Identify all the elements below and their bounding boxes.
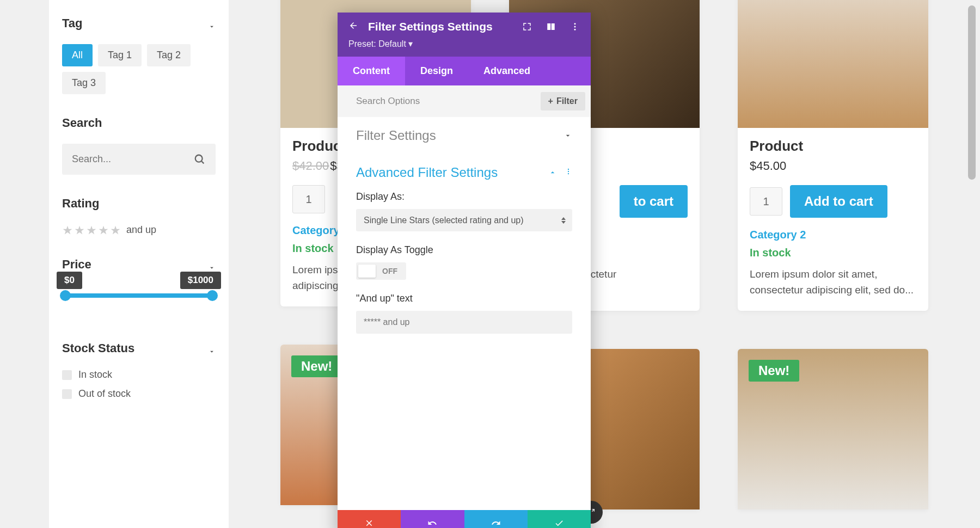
product-desc: Lorem ipsum dolor sit amet, consectetur … <box>750 267 916 298</box>
chevron-up-icon[interactable] <box>548 168 557 177</box>
field-and-up: "And up" text <box>356 293 572 334</box>
star-icon <box>110 225 121 236</box>
scrollbar[interactable] <box>968 5 976 180</box>
new-badge: New! <box>291 355 342 377</box>
more-icon[interactable] <box>565 168 572 177</box>
search-box <box>62 144 216 175</box>
search-input[interactable] <box>62 144 216 175</box>
filter-button[interactable]: +Filter <box>541 92 585 110</box>
price-min: $0 <box>57 272 82 289</box>
panel-header-top: Filter Settings Settings <box>348 20 580 33</box>
panel-header: Filter Settings Settings Preset: Default… <box>338 13 591 57</box>
field-label: Display As: <box>356 191 572 202</box>
chevron-down-icon <box>208 261 216 268</box>
toggle-label: OFF <box>376 267 404 275</box>
rating-row[interactable]: and up <box>62 224 216 236</box>
product-image[interactable]: New! <box>738 349 928 509</box>
field-display-as: Display As: Single Line Stars (selected … <box>356 191 572 231</box>
price-slider[interactable]: $0 $1000 <box>62 293 216 298</box>
chevron-down-icon <box>564 131 572 140</box>
price-section: Price $0 $1000 <box>62 257 216 298</box>
stock-label: In stock <box>78 369 112 380</box>
panel-icons <box>522 22 580 32</box>
panel-search-row: Search Options +Filter <box>338 85 591 117</box>
stock-title-row[interactable]: Stock Status <box>62 341 216 355</box>
stock-status: In stock <box>750 247 916 259</box>
svg-point-9 <box>568 173 569 174</box>
and-up-input[interactable] <box>356 311 572 334</box>
rating-section: Rating and up <box>62 197 216 236</box>
price-title-row[interactable]: Price <box>62 257 216 272</box>
section-title: Advanced Filter Settings <box>356 165 498 180</box>
back-icon[interactable] <box>348 21 358 33</box>
panel-search-input[interactable]: Search Options <box>356 96 420 107</box>
panel-preset[interactable]: Preset: Default ▾ <box>348 39 580 49</box>
select-wrap: Single Line Stars (selected rating and u… <box>356 209 572 231</box>
display-as-select[interactable]: Single Line Stars (selected rating and u… <box>356 209 572 231</box>
section-filter-settings[interactable]: Filter Settings <box>338 117 591 154</box>
panel-footer <box>338 510 591 528</box>
add-to-cart-button[interactable]: to cart <box>620 185 688 218</box>
rating-title: Rating <box>62 197 216 211</box>
tag-title: Tag <box>62 16 82 30</box>
field-toggle: Display As Toggle OFF <box>356 244 572 280</box>
field-label: Display As Toggle <box>356 244 572 256</box>
cancel-button[interactable] <box>338 510 401 528</box>
product-actions: Add to cart <box>750 185 916 218</box>
panel-body: Display As: Single Line Stars (selected … <box>338 191 591 358</box>
undo-button[interactable] <box>401 510 464 528</box>
section-advanced-settings[interactable]: Advanced Filter Settings <box>338 154 591 191</box>
panel-title: Filter Settings Settings <box>368 20 512 33</box>
svg-rect-3 <box>552 23 555 30</box>
columns-icon[interactable] <box>546 22 556 32</box>
tag-title-row[interactable]: Tag <box>62 16 216 30</box>
product-name[interactable]: Product <box>750 138 916 155</box>
svg-point-6 <box>574 29 576 30</box>
expand-icon[interactable] <box>522 22 532 32</box>
select-arrows-icon <box>561 217 566 224</box>
plus-icon: + <box>548 96 553 106</box>
star-icon <box>74 225 85 236</box>
redo-button[interactable] <box>464 510 528 528</box>
stock-item-in[interactable]: In stock <box>62 369 216 380</box>
panel-tabs: Content Design Advanced <box>338 57 591 85</box>
product-col: Product $45.00 Add to cart Category 2 In… <box>738 0 928 509</box>
category-link[interactable]: Category 2 <box>750 229 916 241</box>
stock-label: Out of stock <box>78 388 131 400</box>
chevron-down-icon <box>208 345 216 352</box>
search-icon[interactable] <box>194 154 206 165</box>
tab-advanced[interactable]: Advanced <box>468 57 546 85</box>
save-button[interactable] <box>528 510 591 528</box>
svg-point-5 <box>574 26 576 28</box>
slider-handle-min[interactable] <box>60 290 71 301</box>
svg-point-0 <box>195 155 203 162</box>
qty-input[interactable] <box>750 187 782 216</box>
tag-all[interactable]: All <box>62 44 93 66</box>
tag-2[interactable]: Tag 2 <box>147 44 191 66</box>
section-actions <box>548 168 572 177</box>
svg-rect-2 <box>547 23 550 30</box>
rating-text: and up <box>126 224 156 236</box>
product-price: $45.00 <box>750 159 916 173</box>
product-info: Product $45.00 Add to cart Category 2 In… <box>738 128 928 311</box>
stock-item-out[interactable]: Out of stock <box>62 388 216 400</box>
stock-list: In stock Out of stock <box>62 369 216 400</box>
settings-panel: Filter Settings Settings Preset: Default… <box>338 13 591 528</box>
toggle-switch[interactable]: OFF <box>356 262 406 280</box>
price-title: Price <box>62 257 91 272</box>
tag-1[interactable]: Tag 1 <box>98 44 142 66</box>
more-icon[interactable] <box>570 22 580 32</box>
checkbox[interactable] <box>62 370 72 380</box>
tab-content[interactable]: Content <box>338 57 405 85</box>
checkbox[interactable] <box>62 389 72 399</box>
qty-input[interactable] <box>292 185 325 213</box>
add-to-cart-button[interactable]: Add to cart <box>790 185 887 218</box>
tag-list: All Tag 1 Tag 2 Tag 3 <box>62 44 216 94</box>
star-icon <box>62 225 73 236</box>
tag-3[interactable]: Tag 3 <box>62 72 106 94</box>
product-image[interactable] <box>738 0 928 128</box>
product-card: New! <box>738 349 928 509</box>
tab-design[interactable]: Design <box>405 57 468 85</box>
slider-handle-max[interactable] <box>207 290 218 301</box>
svg-point-4 <box>574 23 576 24</box>
